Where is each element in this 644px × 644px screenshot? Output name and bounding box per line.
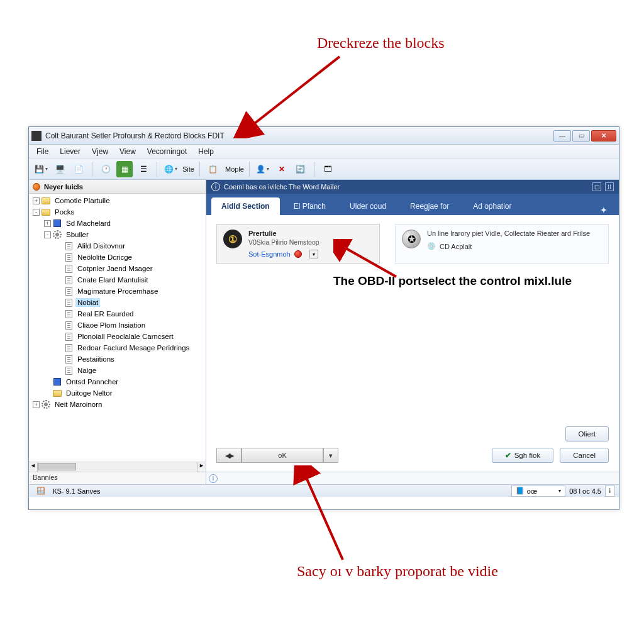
tree-item[interactable]: Redoar Faclurd Mesage Peridrings (29, 342, 206, 353)
menu-liever[interactable]: Liever (55, 146, 86, 157)
toolbar-monitor-icon[interactable]: 🖥️ (52, 161, 68, 177)
tree-item[interactable]: Real ER Eaurded (29, 308, 206, 319)
toolbar-globe-icon[interactable]: 🌐 (162, 161, 179, 177)
tree-item[interactable]: +Comotie Plartuile (29, 195, 206, 206)
ok-button[interactable]: ✔Sgh fiok (492, 448, 554, 463)
tree-spacer (55, 322, 62, 329)
status-mid-box[interactable]: 📘oœ ▾ (511, 486, 566, 497)
toolbar: 💾 🖥️ 📄 🕐 ▦ ☰ 🌐 Site 📋 Mople 👤 ✕ 🔄 🗔 (29, 158, 619, 180)
tab-ulder-coud[interactable]: Ulder coud (340, 197, 396, 215)
tab-reegjae-for[interactable]: Reegjae for (400, 197, 459, 215)
tree-item[interactable]: Cotpnler Jaend Msager (29, 263, 206, 274)
toolbar-list-icon[interactable]: ☰ (135, 161, 152, 177)
maximize-button[interactable]: ▭ (572, 130, 590, 142)
close-button[interactable]: ✕ (591, 130, 616, 142)
tree-spacer (55, 254, 62, 261)
toolbar-disk-icon[interactable]: 💾 (33, 161, 49, 177)
page-icon (64, 275, 73, 284)
toolbar-site-label: Site (182, 165, 194, 173)
toolbar-green-icon[interactable]: ▦ (116, 161, 133, 177)
sidebar: Neyer luicls +Comotie Plartuile-Pocks+Sd… (29, 180, 206, 484)
collapse-icon[interactable]: - (44, 231, 51, 238)
tree-item-label: Cnate Elard Mantulisit (75, 275, 150, 284)
tree-spacer (55, 356, 62, 363)
toolbar-sheet-icon[interactable]: 📄 (70, 161, 87, 177)
status-flag-icon: 🪟 (33, 486, 49, 497)
tree-item-label: Magimature Procemhase (75, 287, 160, 296)
tree-spacer (55, 299, 62, 306)
tree-item[interactable]: Neölolite Dcricge (29, 252, 206, 263)
page-icon (64, 298, 73, 307)
arrow-top (233, 50, 358, 138)
link-dropdown-icon[interactable]: ▾ (309, 250, 318, 258)
expand-icon[interactable]: + (33, 401, 40, 408)
toolbar-user-icon[interactable]: 👤 (255, 161, 271, 177)
svg-line-0 (252, 57, 340, 126)
expand-icon[interactable]: + (44, 220, 51, 227)
sidebar-hscroll[interactable]: ◄ ► (29, 462, 206, 472)
tree-item-label: Cotpnler Jaend Msager (75, 264, 155, 273)
sidebar-header: Neyer luicls (29, 180, 206, 194)
collapse-icon[interactable]: - (33, 209, 40, 216)
record-icon (33, 183, 40, 191)
tab-ad-ophatior[interactable]: Ad ophatior (463, 197, 521, 215)
tree-item[interactable]: Nobiat (29, 297, 206, 308)
menu-vjew[interactable]: Vjew (87, 146, 113, 157)
card-info[interactable]: ✪ Un line lrarory piet Vidle, Collectate… (395, 224, 609, 264)
client-button[interactable]: Oliert (565, 426, 609, 441)
panel-min-icon[interactable]: ▢ (592, 182, 601, 191)
menu-view[interactable]: View (114, 146, 141, 157)
card-info-text: Un line lrarory piet Vidle, Collectate R… (427, 230, 590, 237)
tab-el-pfanch[interactable]: El Pfanch (284, 197, 336, 215)
toolbar-refresh-icon[interactable]: 🔄 (292, 161, 309, 177)
toolbar-window-icon[interactable]: 🗔 (319, 161, 336, 177)
nav-prev-button[interactable]: ◀▶ (216, 448, 242, 463)
app-window: Colt Baiurant Setler Profoursh & Rectord… (28, 126, 619, 510)
menubar: File Liever Vjew View Vecorningot Help (29, 145, 619, 158)
tree-item[interactable]: Duitoge Neltor (29, 387, 206, 399)
menu-help[interactable]: Help (193, 146, 219, 157)
sidebar-footer: Bannies (29, 472, 206, 484)
nav-dropdown-button[interactable]: ▾ (323, 448, 338, 463)
toolbar-doc-icon[interactable]: 📋 (205, 161, 221, 177)
shield-icon: ① (223, 230, 242, 248)
tree-item[interactable]: Magimature Procemhase (29, 286, 206, 297)
tree-item[interactable]: -Pocks (29, 206, 206, 218)
expand-icon[interactable]: + (33, 197, 40, 204)
tree-item[interactable]: Naige (29, 365, 206, 376)
menu-vecorningot[interactable]: Vecorningot (142, 146, 192, 157)
card-subtitle: V0Skia Pilirio Nemstoop (248, 238, 319, 246)
status-left: КS- 9.1 Sanves (49, 486, 104, 497)
tree-item[interactable]: Alild Disitovnur (29, 240, 206, 252)
folder-icon (42, 208, 50, 216)
tab-add-section[interactable]: Aidld Section (211, 197, 280, 215)
toolbar-clock-icon[interactable]: 🕐 (97, 161, 114, 177)
panel-grid-icon[interactable]: ⁞⁞ (605, 182, 614, 191)
status-grip-icon[interactable]: ⁞ (605, 486, 615, 497)
tree-item[interactable]: Pestaiitions (29, 353, 206, 365)
tree-item[interactable]: +Neit Maroinorn (29, 399, 206, 410)
tree-item[interactable]: Cnate Elard Mantulisit (29, 274, 206, 286)
tree-item[interactable]: Ontsd Panncher (29, 376, 206, 387)
tree-item[interactable]: Plonoiall Peoclalale Carncsert (29, 331, 206, 342)
toolbar-delete-icon[interactable]: ✕ (274, 161, 290, 177)
tree-view[interactable]: +Comotie Plartuile-Pocks+Sd Machelard-Sb… (29, 194, 206, 462)
info-icon: i (211, 182, 220, 191)
tree-spacer (55, 243, 62, 250)
card-prertulie[interactable]: ① Prertulie V0Skia Pilirio Nemstoop Sot-… (216, 224, 380, 264)
tree-item[interactable]: -Sbulier (29, 229, 206, 240)
card-link[interactable]: Sot-Esgnmoh (248, 250, 291, 258)
menu-file[interactable]: File (31, 146, 53, 157)
nav-center-button[interactable]: oK (242, 448, 323, 463)
cancel-button[interactable]: Cancel (560, 448, 609, 463)
titlebar[interactable]: Colt Baiurant Setler Profoursh & Rectord… (29, 127, 619, 145)
minimize-button[interactable]: — (553, 130, 571, 142)
tree-item-label: Comotie Plartuile (53, 196, 112, 205)
tree-item-label: Real ER Eaurded (75, 309, 136, 318)
tree-item-label: Ontsd Panncher (64, 377, 120, 386)
tree-item[interactable]: Cliaoe Plom Insiation (29, 319, 206, 331)
statusbar: 🪟 КS- 9.1 Sanves 📘oœ ▾ 08 l oc 4.5 ⁞ (29, 484, 619, 497)
tab-add-icon[interactable]: ✦ (594, 205, 614, 215)
tree-item[interactable]: +Sd Machelard (29, 218, 206, 229)
gear-icon (42, 400, 50, 409)
